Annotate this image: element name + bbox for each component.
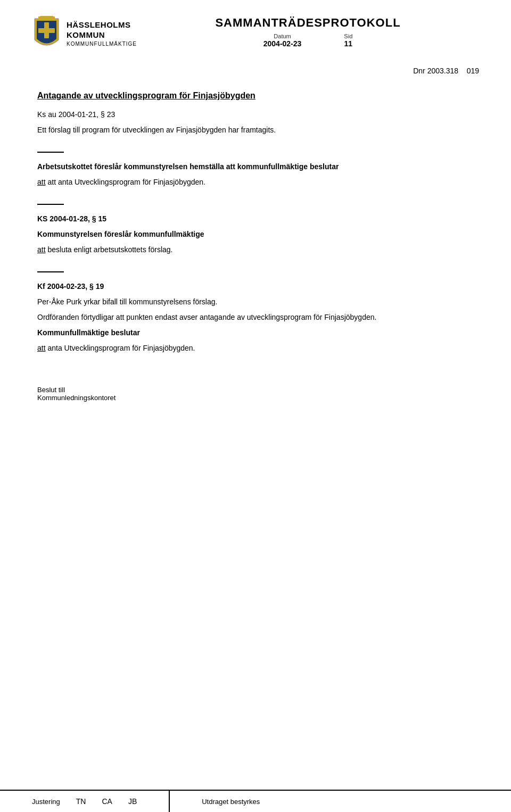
divider-2 [37,204,64,205]
header: HÄSSLEHOLMS KOMMUN KOMMUNFULLMÄKTIGE SAM… [32,16,479,51]
footer-jb: JB [128,797,137,806]
sid-value: 11 [344,39,353,48]
kf-heading: Kf 2004-02-23, § 19 [37,281,474,292]
intro-text: Ett förslag till program för utvecklinge… [37,125,474,136]
utdraget-label: Utdraget bestyrkes [202,798,260,806]
section-title: Antagande av utvecklingsprogram för Finj… [37,91,474,101]
kf-line1: Per-Åke Purk yrkar bifall till kommunsty… [37,296,474,308]
dnr-label: Dnr 2003.318 019 [413,67,479,75]
footer: Justering TN CA JB Utdraget bestyrkes [0,790,511,812]
arbets-att: att att anta Utvecklingsprogram för Finj… [37,177,474,188]
dnr-line: Dnr 2003.318 019 [32,67,479,75]
section-block: Antagande av utvecklingsprogram för Finj… [37,91,474,136]
kommun-label: KOMMUN [67,30,137,40]
svg-rect-5 [38,28,55,33]
header-title-area: SAMMANTRÄDESPROTOKOLL Datum 2004-02-23 S… [137,16,479,48]
municipality-name: HÄSSLEHOLMS [67,20,137,30]
footer-left: Justering TN CA JB [0,791,170,812]
ks-att: att besluta enligt arbetsutskottets förs… [37,244,474,255]
sid-label: Sid [344,33,352,39]
ks-section: KS 2004-01-28, § 15 Kommunstyrelsen före… [37,204,474,255]
footer-right: Utdraget bestyrkes [170,791,511,812]
svg-rect-2 [52,16,55,20]
kf-section: Kf 2004-02-23, § 19 Per-Åke Purk yrkar b… [37,271,474,354]
divider-3 [37,271,64,272]
divider-1 [37,152,64,153]
datum-item: Datum 2004-02-23 [263,33,302,48]
footer-ca: CA [102,797,112,806]
arbets-att-underline: att [37,178,46,186]
beslut-label: Beslut till [37,386,474,394]
kf-att-underline: att [37,344,46,352]
kf-heading-text: Kf 2004-02-23, § 19 [37,282,104,291]
svg-rect-1 [38,16,41,20]
datum-label: Datum [274,33,291,39]
ks-bold: Kommunstyrelsen föreslår kommunfullmäkti… [37,229,474,240]
footer-tn: TN [76,797,86,806]
beslut-section: Beslut till Kommunledningskontoret [37,386,474,402]
beslut-value: Kommunledningskontoret [37,394,474,402]
svg-rect-3 [45,16,48,20]
intro-ks: Ks au 2004-01-21, § 23 [37,109,474,120]
logo-area: HÄSSLEHOLMS KOMMUN KOMMUNFULLMÄKTIGE [32,16,137,51]
kf-line2: Ordföranden förtydligar att punkten enda… [37,312,474,323]
arbets-bold: Arbetsutskottet föreslår kommunstyrelsen… [37,161,474,172]
sub-label: KOMMUNFULLMÄKTIGE [67,40,137,47]
justering-label: Justering [32,798,60,806]
datum-value: 2004-02-23 [263,39,302,48]
ks-att-underline: att [37,245,46,254]
kf-att: att anta Utvecklingsprogram för Finjasjö… [37,343,474,354]
coat-of-arms-icon [32,16,61,51]
main-title: SAMMANTRÄDESPROTOKOLL [137,16,479,30]
ks-heading-text: KS 2004-01-28, § 15 [37,214,106,223]
kf-bold: Kommunfullmäktige beslutar [37,327,474,338]
arbets-block: Arbetsutskottet föreslår kommunstyrelsen… [37,152,474,188]
ks-heading: KS 2004-01-28, § 15 [37,213,474,225]
content-area: Antagande av utvecklingsprogram för Finj… [32,91,479,402]
logo-text: HÄSSLEHOLMS KOMMUN KOMMUNFULLMÄKTIGE [67,20,137,47]
header-meta: Datum 2004-02-23 Sid 11 [137,33,479,48]
sid-item: Sid 11 [344,33,352,48]
page: HÄSSLEHOLMS KOMMUN KOMMUNFULLMÄKTIGE SAM… [0,0,511,812]
